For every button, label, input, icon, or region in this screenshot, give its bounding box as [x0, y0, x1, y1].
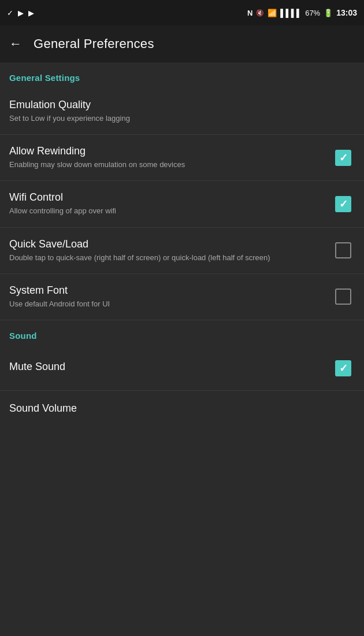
play-icon-1: ▶: [18, 9, 24, 17]
pref-mute-sound-title: Mute Sound: [9, 361, 322, 373]
status-time: 13:03: [336, 8, 357, 17]
pref-allow-rewinding-text: Allow Rewinding Enabling may slow down e…: [9, 145, 332, 170]
toolbar: ← General Preferences: [0, 25, 364, 62]
pref-system-font-title: System Font: [9, 284, 322, 297]
section-general-settings: General Settings Emulation Quality Set t…: [0, 62, 364, 320]
pref-sound-volume[interactable]: Sound Volume: [0, 391, 364, 428]
status-bar: ✓ ▶ ▶ N 🔇 📶 ▌▌▌▌ 67% 🔋 13:03: [0, 0, 364, 25]
section-sound-header: Sound: [0, 320, 364, 346]
pref-allow-rewinding-title: Allow Rewinding: [9, 145, 322, 157]
pref-system-font[interactable]: System Font Use default Android font for…: [0, 274, 364, 320]
pref-quick-save-load-text: Quick Save/Load Double tap to quick-save…: [9, 238, 332, 263]
pref-wifi-control-subtitle: Allow controlling of app over wifi: [9, 206, 322, 216]
pref-wifi-control-title: Wifi Control: [9, 191, 322, 204]
pref-mute-sound-checkbox[interactable]: [335, 360, 351, 376]
pref-emulation-quality-subtitle: Set to Low if you experience lagging: [9, 113, 346, 124]
wifi-icon: 📶: [268, 9, 277, 17]
pref-emulation-quality[interactable]: Emulation Quality Set to Low if you expe…: [0, 88, 364, 135]
check-icon: ✓: [7, 9, 13, 17]
status-bar-right-icons: N 🔇 📶 ▌▌▌▌ 67% 🔋 13:03: [247, 8, 357, 17]
pref-system-font-checkbox[interactable]: [335, 289, 351, 305]
pref-wifi-control-checkbox-container[interactable]: [332, 193, 355, 216]
section-general-settings-header: General Settings: [0, 62, 364, 88]
pref-wifi-control[interactable]: Wifi Control Allow controlling of app ov…: [0, 181, 364, 227]
battery-percent: 67%: [305, 9, 320, 17]
pref-quick-save-load-title: Quick Save/Load: [9, 238, 322, 250]
battery-icon: 🔋: [324, 9, 333, 17]
page-title: General Preferences: [34, 36, 154, 51]
pref-wifi-control-checkbox[interactable]: [335, 196, 351, 212]
pref-quick-save-load-checkbox-container[interactable]: [332, 239, 355, 262]
pref-quick-save-load-subtitle: Double tap to quick-save (right half of …: [9, 253, 322, 263]
pref-system-font-subtitle: Use default Android font for UI: [9, 299, 322, 309]
back-button[interactable]: ←: [9, 36, 22, 51]
pref-allow-rewinding[interactable]: Allow Rewinding Enabling may slow down e…: [0, 135, 364, 181]
pref-sound-volume-text: Sound Volume: [9, 402, 355, 417]
pref-mute-sound-text: Mute Sound: [9, 361, 332, 375]
pref-system-font-text: System Font Use default Android font for…: [9, 284, 332, 309]
pref-allow-rewinding-checkbox[interactable]: [335, 150, 351, 166]
section-sound: Sound Mute Sound Sound Volume: [0, 320, 364, 428]
mute-icon: 🔇: [256, 9, 264, 17]
pref-emulation-quality-text: Emulation Quality Set to Low if you expe…: [9, 99, 355, 124]
pref-emulation-quality-title: Emulation Quality: [9, 99, 346, 111]
pref-wifi-control-text: Wifi Control Allow controlling of app ov…: [9, 191, 332, 216]
pref-quick-save-load[interactable]: Quick Save/Load Double tap to quick-save…: [0, 228, 364, 274]
pref-mute-sound[interactable]: Mute Sound: [0, 346, 364, 391]
pref-allow-rewinding-subtitle: Enabling may slow down emulation on some…: [9, 160, 322, 170]
signal-icon: ▌▌▌▌: [280, 9, 302, 17]
play-icon-2: ▶: [28, 9, 34, 17]
pref-sound-volume-title: Sound Volume: [9, 402, 346, 415]
pref-mute-sound-checkbox-container[interactable]: [332, 357, 355, 380]
pref-system-font-checkbox-container[interactable]: [332, 285, 355, 308]
n-icon: N: [247, 9, 252, 17]
pref-allow-rewinding-checkbox-container[interactable]: [332, 146, 355, 169]
status-bar-left-icons: ✓ ▶ ▶: [7, 9, 34, 17]
pref-quick-save-load-checkbox[interactable]: [335, 242, 351, 258]
